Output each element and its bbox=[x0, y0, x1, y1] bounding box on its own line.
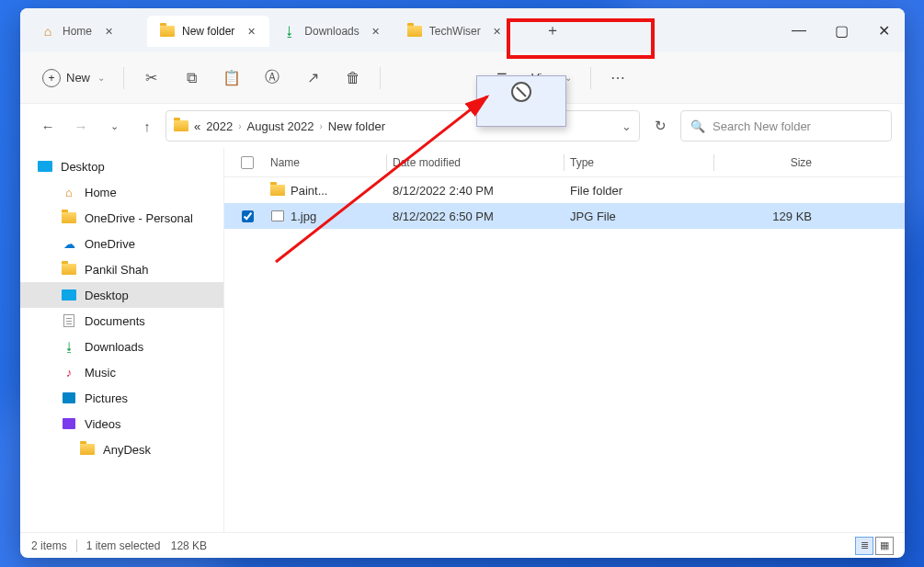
paste-button[interactable]: 📋 bbox=[214, 62, 249, 95]
sidebar-item-documents[interactable]: Documents bbox=[20, 308, 223, 334]
tab-techwiser[interactable]: TechWiser ✕ bbox=[394, 16, 532, 47]
divider bbox=[380, 67, 381, 89]
tab-home[interactable]: ⌂ Home ✕ bbox=[28, 16, 147, 47]
desktop-icon bbox=[61, 289, 77, 301]
up-button[interactable]: ↑ bbox=[132, 111, 162, 141]
sidebar-item-desktop[interactable]: Desktop bbox=[20, 153, 223, 179]
more-icon: ⋯ bbox=[610, 69, 625, 86]
search-icon: 🔍 bbox=[690, 119, 705, 133]
drag-preview bbox=[476, 75, 566, 127]
explorer-window: ⌂ Home ✕ New folder ✕ ⭳ Downloads ✕ Tech… bbox=[20, 8, 905, 558]
sidebar-item-music[interactable]: ♪ Music bbox=[20, 359, 223, 385]
sidebar-item-onedrive[interactable]: ☁ OneDrive bbox=[20, 231, 223, 256]
table-row[interactable]: Paint... 8/12/2022 2:40 PM File folder bbox=[224, 177, 905, 203]
new-button[interactable]: + New ⌄ bbox=[33, 62, 114, 95]
sidebar-item-desktop-sub[interactable]: Desktop bbox=[20, 282, 223, 308]
sidebar-item-label: Desktop bbox=[85, 289, 129, 302]
column-headers: Name Date modified Type Size bbox=[224, 148, 905, 177]
select-all-checkbox[interactable] bbox=[224, 156, 270, 169]
close-icon[interactable]: ✕ bbox=[367, 22, 385, 40]
breadcrumb-prefix: « bbox=[194, 119, 200, 133]
chevron-down-icon: ⌄ bbox=[97, 73, 105, 83]
file-type: JPG File bbox=[570, 210, 708, 223]
sidebar-item-label: Music bbox=[85, 366, 116, 380]
sidebar-item-label: AnyDesk bbox=[103, 443, 151, 457]
sidebar-item-label: Documents bbox=[85, 314, 145, 328]
search-input[interactable]: 🔍 Search New folder bbox=[680, 110, 892, 142]
clipboard-icon: 📋 bbox=[222, 69, 241, 86]
rename-button[interactable]: Ⓐ bbox=[255, 62, 290, 95]
plus-icon: + bbox=[42, 69, 61, 87]
minimize-button[interactable]: — bbox=[778, 14, 820, 47]
close-button[interactable]: ✕ bbox=[862, 14, 905, 47]
sidebar-item-label: OneDrive - Personal bbox=[85, 211, 193, 225]
breadcrumb-item[interactable]: New folder bbox=[328, 119, 385, 133]
file-rows: Paint... 8/12/2022 2:40 PM File folder 1… bbox=[224, 177, 905, 532]
download-icon: ⭳ bbox=[61, 340, 77, 354]
breadcrumb-item[interactable]: 2022 bbox=[206, 119, 233, 133]
file-name: Paint... bbox=[291, 184, 327, 198]
image-icon bbox=[270, 209, 285, 223]
column-date[interactable]: Date modified bbox=[393, 156, 558, 169]
folder-icon bbox=[270, 183, 285, 198]
refresh-button[interactable]: ↻ bbox=[644, 111, 677, 141]
recent-button[interactable]: ⌄ bbox=[99, 111, 129, 141]
no-drop-icon bbox=[511, 82, 531, 102]
sidebar-item-anydesk[interactable]: AnyDesk bbox=[20, 437, 223, 462]
home-icon: ⌂ bbox=[61, 186, 77, 199]
delete-button[interactable]: 🗑 bbox=[336, 62, 371, 95]
copy-button[interactable]: ⧉ bbox=[174, 62, 209, 95]
pictures-icon bbox=[61, 392, 77, 403]
copy-icon: ⧉ bbox=[187, 70, 197, 86]
thumbnails-view-button[interactable]: ▦ bbox=[875, 537, 894, 555]
divider bbox=[590, 67, 591, 89]
tab-label: TechWiser bbox=[429, 25, 481, 38]
breadcrumb[interactable]: « 2022 › August 2022 › New folder ⌄ bbox=[165, 110, 640, 142]
chevron-down-icon[interactable]: ⌄ bbox=[622, 119, 632, 133]
close-icon[interactable]: ✕ bbox=[99, 22, 118, 40]
cut-button[interactable]: ✂ bbox=[133, 62, 168, 95]
new-tab-button[interactable]: ＋ bbox=[538, 16, 567, 45]
maximize-button[interactable]: ▢ bbox=[820, 14, 862, 47]
row-checkbox[interactable] bbox=[224, 210, 270, 222]
sidebar-item-user[interactable]: Pankil Shah bbox=[20, 256, 223, 282]
column-type[interactable]: Type bbox=[570, 156, 708, 169]
body: Desktop ⌂ Home OneDrive - Personal ☁ One… bbox=[20, 148, 905, 532]
tab-label: New folder bbox=[182, 25, 234, 38]
titlebar: ⌂ Home ✕ New folder ✕ ⭳ Downloads ✕ Tech… bbox=[20, 8, 905, 52]
column-name[interactable]: Name bbox=[270, 156, 381, 169]
tab-new-folder[interactable]: New folder ✕ bbox=[147, 16, 269, 47]
sidebar-item-videos[interactable]: Videos bbox=[20, 411, 223, 437]
sidebar-item-onedrive-personal[interactable]: OneDrive - Personal bbox=[20, 205, 223, 231]
videos-icon bbox=[61, 418, 77, 429]
back-button[interactable]: ← bbox=[33, 111, 63, 141]
new-label: New bbox=[66, 71, 90, 85]
sidebar-item-home[interactable]: ⌂ Home bbox=[20, 179, 223, 205]
close-icon[interactable]: ✕ bbox=[488, 22, 507, 40]
share-button[interactable]: ↗ bbox=[295, 62, 330, 95]
onedrive-icon: ☁ bbox=[61, 237, 77, 251]
table-row[interactable]: 1.jpg 8/12/2022 6:50 PM JPG File 129 KB bbox=[224, 203, 905, 229]
details-view-button[interactable]: ≣ bbox=[855, 537, 873, 555]
view-switch: ≣ ▦ bbox=[855, 537, 894, 555]
download-icon: ⭳ bbox=[282, 24, 297, 39]
close-icon[interactable]: ✕ bbox=[242, 22, 260, 40]
file-date: 8/12/2022 2:40 PM bbox=[393, 184, 558, 198]
sidebar-item-downloads[interactable]: ⭳ Downloads bbox=[20, 334, 223, 359]
breadcrumb-item[interactable]: August 2022 bbox=[247, 119, 314, 133]
file-date: 8/12/2022 6:50 PM bbox=[393, 210, 558, 223]
music-icon: ♪ bbox=[61, 366, 77, 380]
tab-label: Home bbox=[63, 25, 92, 38]
forward-button[interactable]: → bbox=[66, 111, 96, 141]
sidebar-item-pictures[interactable]: Pictures bbox=[20, 385, 223, 411]
tab-label: Downloads bbox=[304, 25, 359, 38]
file-type: File folder bbox=[570, 184, 708, 198]
column-size[interactable]: Size bbox=[720, 156, 812, 169]
sidebar-item-label: Videos bbox=[85, 417, 121, 431]
folder-icon bbox=[61, 264, 77, 275]
sidebar[interactable]: Desktop ⌂ Home OneDrive - Personal ☁ One… bbox=[20, 148, 224, 532]
more-button[interactable]: ⋯ bbox=[600, 62, 635, 95]
tab-downloads[interactable]: ⭳ Downloads ✕ bbox=[269, 16, 394, 47]
toolbar: + New ⌄ ✂ ⧉ 📋 Ⓐ ↗ 🗑 ☰ View ⌄ ⋯ bbox=[20, 52, 905, 104]
status-bar: 2 items 1 item selected 128 KB ≣ ▦ bbox=[20, 532, 905, 558]
